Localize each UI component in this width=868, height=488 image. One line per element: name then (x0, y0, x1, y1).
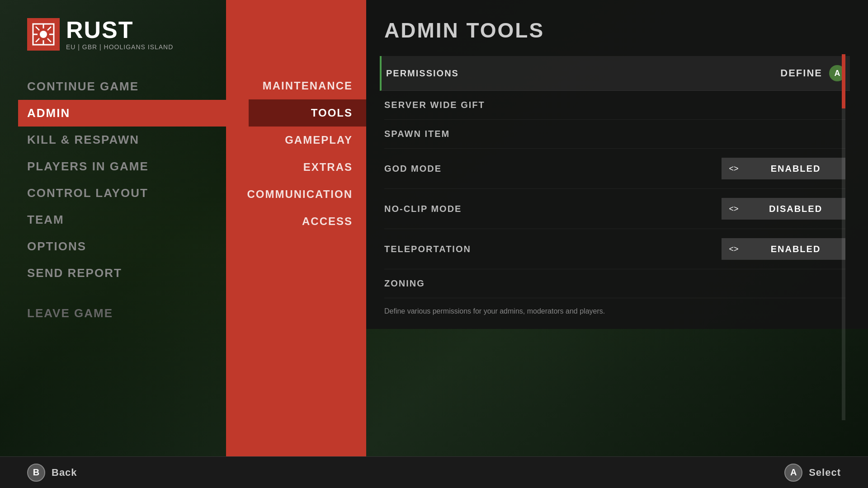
setting-label-server-wide-gift: SERVER WIDE GIFT (384, 100, 845, 110)
main-nav: CONTINUE GAME ADMIN KILL & RESPAWN PLAYE… (27, 73, 226, 327)
setting-row-zoning[interactable]: ZONING (384, 269, 845, 298)
setting-row-teleportation: TELEPORTATION <> ENABLED (384, 229, 845, 269)
svg-line-9 (36, 38, 39, 42)
setting-label-zoning: ZONING (384, 278, 845, 289)
back-label: Back (52, 467, 77, 479)
sidebar-item-continue-game[interactable]: CONTINUE GAME (27, 73, 226, 100)
setting-row-god-mode: GOD MODE <> ENABLED (384, 149, 845, 189)
server-info: EU | GBR | HOOLIGANS ISLAND (66, 43, 173, 51)
svg-line-7 (47, 38, 51, 42)
god-mode-control: <> ENABLED (722, 158, 845, 179)
settings-list: PERMISSIONS DEFINE A SERVER WIDE GIFT SP… (384, 56, 845, 298)
sidebar: RUST EU | GBR | HOOLIGANS ISLAND CONTINU… (0, 0, 226, 456)
svg-line-6 (36, 27, 39, 30)
center-item-extras[interactable]: EXTRAS (235, 154, 353, 181)
logo-area: RUST EU | GBR | HOOLIGANS ISLAND (27, 18, 226, 51)
sidebar-item-players-in-game[interactable]: PLAYERS IN GAME (27, 153, 226, 180)
setting-label-permissions: PERMISSIONS (386, 68, 780, 79)
teleportation-control: <> ENABLED (722, 238, 845, 260)
center-item-access[interactable]: ACCESS (235, 208, 353, 235)
help-text: Define various permissions for your admi… (384, 298, 845, 315)
center-item-maintenance[interactable]: MAINTENANCE (235, 72, 353, 99)
svg-point-1 (40, 31, 47, 38)
select-badge: A (784, 464, 802, 482)
select-label: Select (809, 467, 841, 479)
select-button[interactable]: A Select (784, 464, 841, 482)
right-panel-wrapper: ADMIN TOOLS PERMISSIONS DEFINE A SERVER … (366, 0, 868, 456)
no-clip-mode-control: <> DISABLED (722, 198, 845, 220)
teleportation-arrow[interactable]: <> (722, 238, 746, 260)
back-badge: B (27, 464, 45, 482)
right-panel: ADMIN TOOLS PERMISSIONS DEFINE A SERVER … (366, 0, 868, 329)
scrollbar[interactable] (842, 54, 845, 420)
god-mode-value: ENABLED (746, 158, 845, 179)
no-clip-mode-arrow[interactable]: <> (722, 198, 746, 220)
permissions-define-value: DEFINE (780, 67, 822, 79)
sidebar-item-leave-game[interactable]: LEAVE GAME (27, 300, 226, 327)
center-panel: MAINTENANCE TOOLS GAMEPLAY EXTRAS COMMUN… (226, 0, 366, 456)
logo-text: RUST EU | GBR | HOOLIGANS ISLAND (66, 18, 173, 51)
game-title: RUST (66, 18, 173, 42)
setting-row-server-wide-gift[interactable]: SERVER WIDE GIFT (384, 91, 845, 120)
sidebar-item-team[interactable]: TEAM (27, 206, 226, 233)
rust-logo-icon (27, 18, 60, 51)
setting-label-teleportation: TELEPORTATION (384, 244, 722, 254)
bottom-bar: B Back A Select (0, 456, 868, 488)
sidebar-item-admin[interactable]: ADMIN (18, 100, 226, 127)
sidebar-item-control-layout[interactable]: CONTROL LAYOUT (27, 180, 226, 206)
setting-row-spawn-item[interactable]: SPAWN ITEM (384, 120, 845, 149)
setting-label-no-clip-mode: NO-CLIP MODE (384, 204, 722, 214)
panel-title: ADMIN TOOLS (384, 18, 845, 42)
setting-row-no-clip-mode: NO-CLIP MODE <> DISABLED (384, 189, 845, 229)
teleportation-value: ENABLED (746, 238, 845, 260)
god-mode-arrow[interactable]: <> (722, 158, 746, 179)
setting-label-god-mode: GOD MODE (384, 164, 722, 174)
no-clip-mode-value: DISABLED (746, 198, 845, 220)
setting-label-spawn-item: SPAWN ITEM (384, 129, 845, 139)
svg-line-8 (47, 27, 51, 30)
sidebar-item-options[interactable]: OPTIONS (27, 233, 226, 260)
center-item-gameplay[interactable]: GAMEPLAY (235, 127, 353, 154)
back-button[interactable]: B Back (27, 464, 77, 482)
center-item-communication[interactable]: COMMUNICATION (235, 181, 353, 208)
scrollbar-thumb (842, 54, 845, 108)
center-item-tools[interactable]: TOOLS (249, 99, 366, 127)
sidebar-item-send-report[interactable]: SEND REPORT (27, 260, 226, 286)
setting-row-permissions[interactable]: PERMISSIONS DEFINE A (380, 56, 850, 91)
permissions-define-area: DEFINE A (780, 65, 845, 81)
sidebar-item-kill-respawn[interactable]: KILL & RESPAWN (27, 127, 226, 153)
